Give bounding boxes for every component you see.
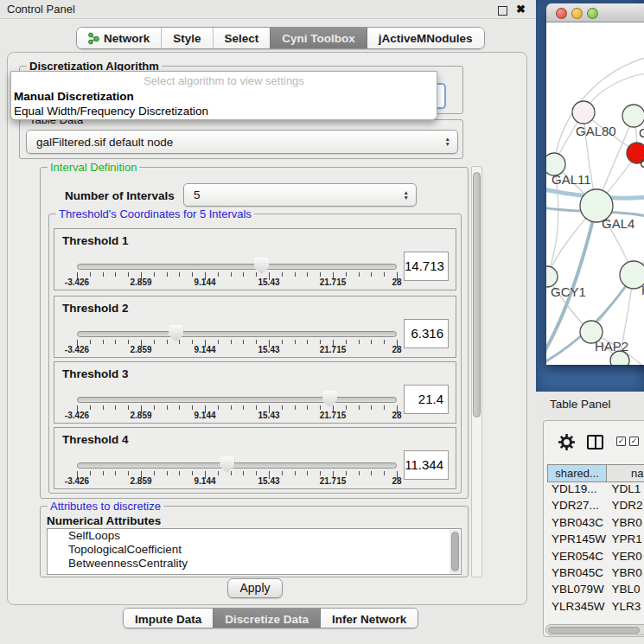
list-scrollbar[interactable]: [450, 530, 460, 575]
slider-tick-label: 21.715: [320, 476, 347, 486]
list-item[interactable]: BetweennessCentrality: [48, 557, 461, 571]
table-row[interactable]: YBR043CYBR0: [547, 516, 644, 532]
checkbox-checked-icon[interactable]: ✓: [616, 437, 626, 446]
bottom-tab-bar: Impute DataDiscretize DataInfer Network: [123, 608, 418, 628]
slider-tick: [295, 272, 296, 277]
table-hscrollbar[interactable]: [545, 624, 644, 635]
slider-tick: [384, 272, 385, 277]
network-canvas[interactable]: GAL80GCGAL11GAL4GCY1HHAP2: [546, 22, 644, 365]
tab-discretize-data[interactable]: Discretize Data: [213, 609, 320, 628]
panel-scrollbar[interactable]: [471, 166, 482, 577]
table-data-combo-value: galFiltered.sif default node: [36, 131, 173, 153]
slider-tick: [128, 471, 129, 475]
tab-style[interactable]: Style: [161, 28, 212, 48]
slider-tick: [282, 471, 283, 475]
network-node[interactable]: [572, 101, 595, 124]
slider-tick: [128, 405, 129, 410]
algorithm-popup-hint: Select algorithm to view settings: [11, 74, 437, 87]
tab-select[interactable]: Select: [213, 28, 271, 48]
table-row[interactable]: YBR045CYBR0: [547, 566, 644, 583]
table-row[interactable]: YPR145WYPR1: [547, 532, 644, 549]
checkbox-checked-icon[interactable]: ✓: [629, 437, 639, 446]
slider-tick: [154, 471, 155, 475]
float-window-icon[interactable]: [498, 6, 507, 16]
slider-tick: [256, 340, 257, 344]
network-graph: GAL80GCGAL11GAL4GCY1HHAP2: [546, 22, 644, 365]
slider-tick: [359, 471, 360, 475]
zoom-light-icon[interactable]: [587, 8, 598, 19]
column-header-shared-name[interactable]: shared...: [547, 464, 607, 482]
slider-tick: [295, 405, 296, 410]
tab-cyni-toolbox[interactable]: Cyni Toolbox: [270, 28, 367, 48]
cell-name: YLR3: [608, 600, 644, 613]
tab-network[interactable]: Network: [77, 28, 161, 48]
list-scrollbar-thumb[interactable]: [451, 532, 459, 571]
network-node-label: G: [639, 125, 644, 140]
threshold-label: Threshold 1: [62, 234, 129, 247]
stepper-arrows-icon: ▲▼: [445, 137, 450, 147]
tab-impute-data[interactable]: Impute Data: [124, 609, 213, 628]
list-item[interactable]: SelfLoops: [48, 529, 461, 543]
tab-label: Network: [104, 32, 150, 45]
close-icon[interactable]: ✖: [516, 3, 526, 16]
slider-tick: [231, 272, 232, 277]
network-node[interactable]: [620, 261, 644, 289]
column-header-name[interactable]: na: [607, 464, 644, 482]
slider-tick: [243, 340, 244, 344]
apply-button[interactable]: Apply: [227, 578, 283, 598]
threshold-value-field[interactable]: 21.4: [404, 385, 449, 414]
threshold-slider-thumb[interactable]: [220, 456, 234, 473]
network-window-titlebar[interactable]: [546, 3, 644, 22]
threshold-slider-track[interactable]: [77, 331, 397, 337]
slider-tick-label: 9.144: [194, 411, 215, 420]
number-of-intervals-combo[interactable]: 5 ▲▼: [183, 183, 417, 207]
slider-tick: [90, 272, 91, 277]
threshold-slider-track[interactable]: [77, 264, 397, 270]
slider-tick: [243, 405, 244, 410]
tab-label: Discretize Data: [225, 613, 309, 626]
slider-tick: [320, 471, 321, 475]
split-column-icon[interactable]: [587, 435, 603, 450]
minimize-light-icon[interactable]: [571, 8, 583, 19]
threshold-slider-track[interactable]: [77, 397, 397, 403]
table-row[interactable]: YER054CYER0: [547, 550, 644, 566]
slider-tick: [346, 272, 347, 277]
algorithm-option-manual[interactable]: Manual Discretization: [14, 89, 434, 104]
slider-tick: [179, 405, 180, 410]
threshold-value-field[interactable]: 14.713: [404, 252, 449, 281]
slider-tick-label: 2.859: [130, 411, 151, 420]
table-row[interactable]: YBL079WYBL0: [547, 583, 644, 599]
table-row[interactable]: YLR345WYLR3: [547, 600, 644, 613]
close-light-icon[interactable]: [556, 8, 567, 19]
tab-infer-network[interactable]: Infer Network: [320, 609, 418, 628]
table-data-combo[interactable]: galFiltered.sif default node ▲▼: [26, 130, 458, 154]
slider-tick: [167, 405, 168, 410]
cell-shared-name: YLR345W: [547, 600, 608, 613]
slider-tick: [218, 340, 219, 344]
numerical-attributes-list[interactable]: SelfLoopsTopologicalCoefficientBetweenne…: [47, 528, 462, 575]
tab-label: Select: [225, 32, 259, 45]
table-panel: ✓ ✓ shared... na YDL19...YDL1YDR27...YDR…: [543, 420, 644, 637]
threshold-panel-3: Threshold 3-3.4262.8599.14415.4321.71528…: [54, 361, 456, 424]
cell-shared-name: YBL079W: [547, 583, 608, 599]
algorithm-option-equal-width[interactable]: Equal Width/Frequency Discretization: [14, 104, 434, 118]
threshold-slider-track[interactable]: [77, 462, 397, 469]
list-item[interactable]: TopologicalCoefficient: [48, 543, 461, 557]
table-hscrollbar-thumb[interactable]: [548, 627, 640, 634]
panel-scrollbar-thumb[interactable]: [473, 172, 481, 418]
threshold-slider-thumb[interactable]: [322, 391, 337, 407]
slider-tick: [371, 471, 372, 475]
slider-tick: [307, 471, 308, 475]
threshold-value-field[interactable]: 6.316: [404, 319, 449, 348]
slider-tick: [371, 340, 372, 344]
slider-tick: [256, 405, 257, 410]
gear-icon[interactable]: [558, 433, 576, 454]
network-node[interactable]: [622, 105, 644, 127]
tab-jactivemnodules[interactable]: jActiveMNodules: [367, 28, 484, 48]
slider-tick: [384, 405, 385, 410]
threshold-value-field[interactable]: 11.344: [404, 450, 449, 480]
tab-label: Impute Data: [135, 613, 201, 626]
table-row[interactable]: YDR27...YDR2: [547, 499, 644, 515]
table-row[interactable]: YDL19...YDL1: [547, 482, 644, 499]
threshold-slider-thumb[interactable]: [169, 325, 183, 341]
